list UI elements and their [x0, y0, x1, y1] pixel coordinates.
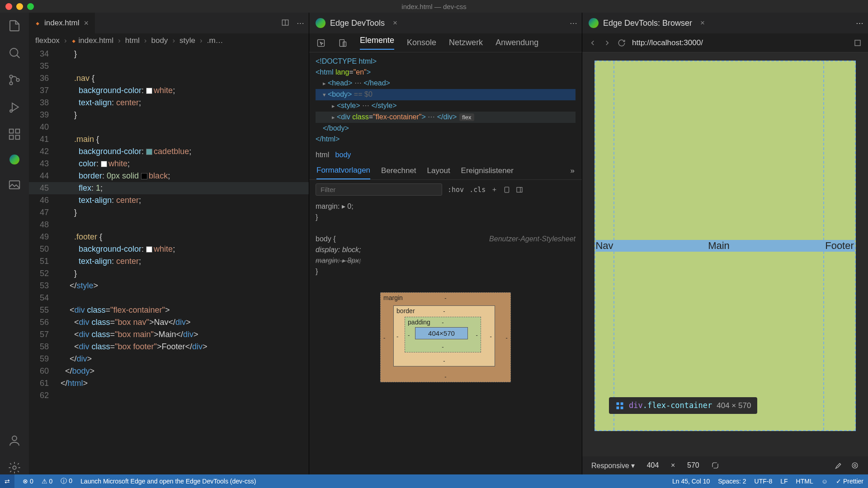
more-icon[interactable]: » [571, 166, 575, 175]
account-icon[interactable] [8, 434, 21, 447]
tab-konsole[interactable]: Konsole [407, 38, 436, 47]
width-input[interactable]: 404 [644, 461, 662, 469]
code-editor[interactable]: 34 }3536 .nav {37 background-color: whit… [29, 48, 309, 474]
breadcrumb[interactable]: flexbox ⬥index.html html body style .m… [29, 33, 309, 48]
tab-ereignislistener[interactable]: Ereignislistener [461, 166, 514, 175]
code-line[interactable]: 53 </style> [29, 280, 309, 292]
cls-toggle[interactable]: .cls [469, 186, 486, 194]
inspect-icon[interactable] [316, 38, 326, 47]
grid-icon [615, 401, 624, 410]
code-line[interactable]: 48 [29, 219, 309, 231]
new-style-icon[interactable]: ＋ [491, 185, 498, 194]
code-line[interactable]: 36 .nav { [29, 72, 309, 84]
split-icon[interactable] [281, 19, 289, 27]
remote-button[interactable]: ⇄ [0, 474, 14, 488]
extensions-icon[interactable] [8, 127, 21, 141]
images-icon[interactable] [8, 178, 21, 192]
code-line[interactable]: 34 } [29, 48, 309, 60]
code-line[interactable]: 62 [29, 389, 309, 402]
hov-toggle[interactable]: :hov [448, 186, 464, 194]
tab-anwendung[interactable]: Anwendung [495, 38, 538, 47]
tab-layout[interactable]: Layout [427, 166, 450, 175]
code-line[interactable]: 56 <div class="box nav">Nav</div> [29, 316, 309, 328]
code-line[interactable]: 54 [29, 292, 309, 304]
device-icon[interactable] [503, 186, 510, 193]
svg-rect-7 [9, 136, 14, 140]
url-input[interactable]: http://localhost:3000/ [632, 38, 847, 47]
eol[interactable]: LF [780, 478, 788, 485]
code-line[interactable]: 47 } [29, 206, 309, 219]
maximize-window-icon[interactable] [27, 3, 34, 10]
expand-icon[interactable] [854, 39, 862, 47]
panel-icon[interactable] [516, 186, 523, 193]
code-line[interactable]: 38 text-align: center; [29, 97, 309, 109]
code-line[interactable]: 50 background-color: white; [29, 243, 309, 255]
prettier-status[interactable]: ✓ Prettier [836, 478, 863, 485]
code-line[interactable]: 59 </div> [29, 353, 309, 365]
search-icon[interactable] [8, 46, 21, 60]
device-icon[interactable] [338, 38, 347, 47]
styles-pane[interactable]: margin: ▸ 0; } body {Benutzer-Agent-Styl… [309, 199, 582, 279]
git-icon[interactable] [8, 73, 21, 87]
errors-count[interactable]: ⊗ 0 [23, 478, 33, 485]
filter-input[interactable] [316, 183, 442, 196]
explorer-icon[interactable] [8, 19, 21, 33]
edge-icon[interactable] [9, 155, 19, 164]
code-line[interactable]: 37 background-color: white; [29, 84, 309, 97]
copilot-icon[interactable]: ☺ [821, 478, 828, 485]
encoding[interactable]: UTF-8 [755, 478, 773, 485]
preview-page[interactable]: Nav Main Footer div.flex-container 404 ×… [594, 61, 856, 431]
more-icon[interactable]: ⋯ [297, 19, 304, 28]
code-line[interactable]: 40 [29, 121, 309, 133]
height-input[interactable]: 570 [684, 461, 702, 469]
minimize-window-icon[interactable] [16, 3, 23, 10]
indent-info[interactable]: Spaces: 2 [718, 478, 746, 485]
rotate-icon[interactable] [711, 461, 719, 469]
debug-icon[interactable] [8, 100, 21, 114]
dom-breadcrumb[interactable]: html body [309, 148, 582, 162]
more-icon[interactable]: ⋯ [856, 19, 863, 28]
close-icon[interactable]: × [393, 19, 397, 28]
more-icon[interactable]: ⋯ [570, 19, 577, 28]
code-line[interactable]: 35 [29, 60, 309, 72]
code-line[interactable]: 46 text-align: center; [29, 194, 309, 206]
reload-icon[interactable] [618, 39, 626, 47]
code-line[interactable]: 58 <div class="box footer">Footer</div> [29, 341, 309, 353]
eyedropper-icon[interactable] [834, 461, 842, 469]
target-icon[interactable] [851, 461, 859, 469]
status-hint[interactable]: Launch Microsoft Edge and open the Edge … [80, 478, 256, 485]
code-line[interactable]: 43 color: white; [29, 158, 309, 170]
gear-icon[interactable] [8, 461, 21, 474]
code-line[interactable]: 42 background-color: cadetblue; [29, 145, 309, 158]
code-line[interactable]: 60 </body> [29, 365, 309, 377]
code-line[interactable]: 52 } [29, 267, 309, 280]
close-window-icon[interactable] [5, 3, 12, 10]
svg-rect-22 [621, 406, 623, 409]
code-line[interactable]: 44 border: 0px solid black; [29, 170, 309, 182]
code-line[interactable]: 55 <div class="flex-container"> [29, 304, 309, 316]
info-count[interactable]: ⓘ 0 [61, 477, 72, 485]
close-icon[interactable]: × [84, 19, 89, 28]
tab-berechnet[interactable]: Berechnet [381, 166, 416, 175]
warnings-count[interactable]: ⚠ 0 [42, 478, 53, 485]
dom-tree[interactable]: <!DOCTYPE html> <html lang="en"> <head> … [309, 52, 582, 148]
tab-indexhtml[interactable]: ⬥ index.html × [29, 13, 95, 33]
box-model-content: 404×570 [415, 327, 468, 339]
close-icon[interactable]: × [700, 19, 705, 28]
tab-formatvorlagen[interactable]: Formatvorlagen [316, 162, 370, 179]
svg-point-0 [10, 48, 18, 56]
forward-icon[interactable] [603, 39, 611, 47]
back-icon[interactable] [589, 39, 597, 47]
tab-elemente[interactable]: Elemente [360, 36, 394, 50]
language-mode[interactable]: HTML [796, 478, 813, 485]
code-line[interactable]: 51 text-align: center; [29, 255, 309, 267]
code-line[interactable]: 45 flex: 1; [29, 182, 309, 194]
device-mode-select[interactable]: Responsive ▾ [591, 461, 635, 470]
code-line[interactable]: 39 } [29, 109, 309, 121]
tab-netzwerk[interactable]: Netzwerk [449, 38, 483, 47]
code-line[interactable]: 61</html> [29, 377, 309, 389]
code-line[interactable]: 49 .footer { [29, 231, 309, 243]
cursor-pos[interactable]: Ln 45, Col 10 [672, 478, 710, 485]
code-line[interactable]: 41 .main { [29, 133, 309, 145]
code-line[interactable]: 57 <div class="box main">Main</div> [29, 328, 309, 341]
